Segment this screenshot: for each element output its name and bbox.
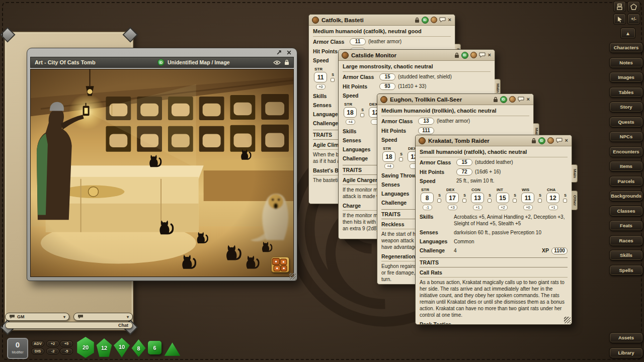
- d4-die[interactable]: [164, 342, 181, 356]
- xp-value[interactable]: 1100: [551, 247, 568, 254]
- ability-modifier[interactable]: -1: [423, 205, 432, 210]
- tomb-art-image[interactable]: [30, 69, 294, 277]
- plus-minus-button[interactable]: +/-: [627, 14, 640, 25]
- radial-dial-icon[interactable]: [419, 137, 426, 144]
- plus-2-button[interactable]: +2: [46, 340, 59, 347]
- collapse-panel-button[interactable]: ▲: [620, 28, 635, 39]
- save-checkbox[interactable]: [360, 113, 364, 117]
- art-window-titlebar[interactable]: Art - City Of Cats Tomb ID Unidentified …: [30, 57, 294, 68]
- gm-identity-dropdown[interactable]: GM ▾: [5, 313, 69, 321]
- close-icon[interactable]: ×: [448, 17, 452, 23]
- radial-dial-icon[interactable]: [312, 17, 319, 24]
- sidebar-item-parcels[interactable]: Parcels: [609, 176, 643, 187]
- radial-dial-icon[interactable]: [342, 52, 349, 59]
- window-titlebar[interactable]: Krakatat, Tomb Raider ID ×: [416, 135, 572, 146]
- resize-grip[interactable]: [564, 317, 571, 323]
- ability-modifier[interactable]: +1: [548, 205, 558, 210]
- ability-score[interactable]: 8: [421, 193, 434, 203]
- minus-5-button[interactable]: -5: [60, 348, 73, 354]
- portrait-icon[interactable]: [470, 52, 477, 58]
- armor-class-value[interactable]: 11: [350, 38, 366, 45]
- d10-die[interactable]: 10: [113, 338, 130, 357]
- sidebar-item-spells[interactable]: Spells: [609, 265, 643, 276]
- id-badge[interactable]: ID: [422, 17, 429, 24]
- sidebar-item-library[interactable]: Library: [609, 347, 643, 358]
- save-checkbox[interactable]: [563, 199, 567, 203]
- close-icon[interactable]: ×: [488, 52, 492, 58]
- minus-2-button[interactable]: -2: [46, 348, 59, 354]
- chat-bubble-icon[interactable]: [518, 97, 524, 102]
- sidebar-item-feats[interactable]: Feats: [609, 220, 643, 231]
- radial-dial-icon[interactable]: [380, 96, 387, 103]
- tab-main[interactable]: Main: [572, 164, 578, 183]
- ability-modifier[interactable]: +2: [498, 205, 508, 210]
- chat-bubble-icon[interactable]: [439, 17, 446, 23]
- ability-score[interactable]: 18: [344, 107, 357, 118]
- portrait-icon[interactable]: [547, 137, 554, 144]
- sidebar-item-races[interactable]: Races: [609, 235, 643, 246]
- id-badge[interactable]: ID: [500, 96, 507, 103]
- pointer-button[interactable]: [613, 14, 626, 25]
- save-checkbox[interactable]: [399, 157, 403, 161]
- portrait-icon[interactable]: [431, 17, 437, 23]
- sidebar-item-tables[interactable]: Tables: [609, 87, 643, 98]
- close-icon[interactable]: [286, 50, 292, 55]
- dice-tower-button[interactable]: [613, 1, 626, 12]
- armor-class-value[interactable]: 15: [379, 73, 395, 80]
- ability-score[interactable]: 15: [496, 193, 509, 203]
- ability-score[interactable]: 13: [471, 193, 484, 203]
- armor-class-value[interactable]: 13: [418, 118, 434, 125]
- close-icon[interactable]: ×: [526, 97, 530, 102]
- lock-icon[interactable]: [454, 52, 459, 58]
- d6-die[interactable]: 6: [148, 341, 162, 354]
- d8-die[interactable]: 8: [131, 339, 146, 357]
- save-checkbox[interactable]: [462, 199, 466, 203]
- save-checkbox[interactable]: [331, 78, 335, 82]
- d20-die[interactable]: 20: [76, 337, 95, 358]
- dice-drop-button[interactable]: [271, 257, 289, 273]
- disadvantage-button[interactable]: DIS: [31, 348, 44, 354]
- sidebar-item-story[interactable]: Story: [609, 102, 643, 112]
- ability-modifier[interactable]: +4: [346, 119, 355, 125]
- npc-window-krakatat[interactable]: Krakatat, Tomb Raider ID × Small humanoi…: [415, 135, 572, 325]
- chat-bubble-icon[interactable]: [556, 138, 562, 143]
- ability-modifier[interactable]: +4: [384, 163, 394, 169]
- sidebar-item-quests[interactable]: Quests: [609, 117, 643, 127]
- sidebar-item-classes[interactable]: Classes: [609, 206, 643, 216]
- id-badge[interactable]: ID: [157, 59, 165, 66]
- sidebar-item-assets[interactable]: Assets: [609, 332, 643, 343]
- plus-5-button[interactable]: +5: [60, 340, 73, 347]
- sidebar-item-notes[interactable]: Notes: [609, 57, 643, 68]
- preview-eye-icon[interactable]: [273, 60, 281, 65]
- chat-bubble-icon[interactable]: [479, 52, 486, 58]
- sidebar-item-items[interactable]: Items: [609, 161, 643, 171]
- ability-score[interactable]: 18: [382, 151, 395, 162]
- ability-score[interactable]: 17: [446, 193, 459, 203]
- ability-modifier[interactable]: +0: [523, 205, 533, 210]
- advantage-button[interactable]: ADV: [31, 340, 44, 347]
- resize-grip[interactable]: [289, 273, 296, 280]
- sidebar-item-images[interactable]: Images: [609, 72, 643, 82]
- window-titlebar[interactable]: Catslide Monitor ID ×: [339, 50, 495, 61]
- ability-modifier[interactable]: +3: [448, 205, 457, 210]
- d12-die[interactable]: 12: [96, 338, 113, 357]
- save-checkbox[interactable]: [538, 199, 542, 203]
- save-checkbox[interactable]: [488, 199, 492, 203]
- chat-mode-dropdown[interactable]: ▾: [73, 313, 133, 321]
- sidebar-item-npcs[interactable]: NPCs: [609, 131, 643, 142]
- sidebar-item-skills[interactable]: Skills: [609, 250, 643, 260]
- window-titlebar[interactable]: Catfolk, Basteti ID ×: [309, 15, 455, 26]
- ability-modifier[interactable]: +1: [473, 205, 482, 210]
- window-titlebar[interactable]: Eughon, Trollkin Call-Seer ID ×: [377, 94, 533, 105]
- speed-value[interactable]: 25 ft., swim 10 ft.: [456, 178, 495, 184]
- dice-selection-button[interactable]: [627, 1, 640, 12]
- portrait-icon[interactable]: [509, 96, 516, 103]
- lock-icon[interactable]: [531, 138, 536, 144]
- hit-points-value[interactable]: 93: [379, 83, 395, 90]
- save-checkbox[interactable]: [437, 199, 441, 203]
- sidebar-item-encounters[interactable]: Encounters: [609, 146, 643, 157]
- chat-input[interactable]: Chat: [5, 322, 133, 329]
- maximize-icon[interactable]: [276, 50, 282, 55]
- armor-class-value[interactable]: 15: [456, 159, 472, 166]
- lock-icon[interactable]: [415, 17, 420, 23]
